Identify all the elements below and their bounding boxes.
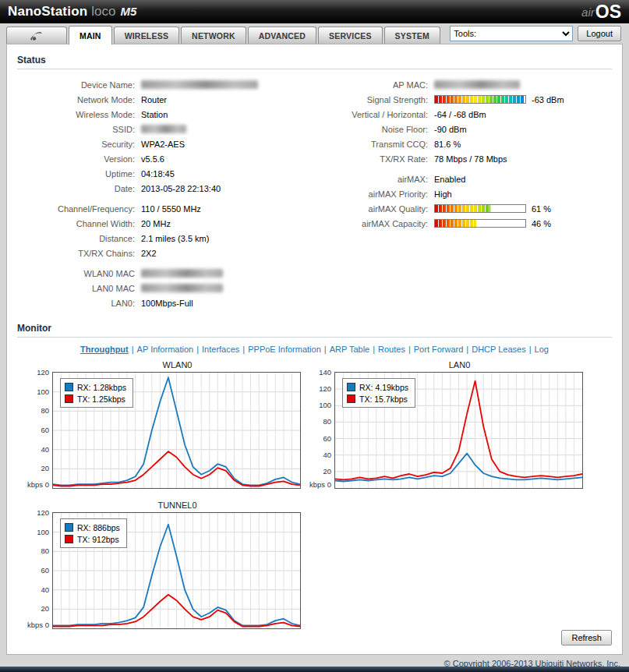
- y-tick-label: 140: [319, 368, 331, 377]
- signal-gauge: [434, 95, 526, 104]
- legend-swatch: [347, 383, 355, 391]
- tab-logo[interactable]: [6, 27, 67, 44]
- status-row: Distance:2.1 miles (3.5 km): [16, 231, 306, 246]
- y-tick-label: 80: [41, 406, 49, 415]
- link-separator: |: [373, 345, 375, 354]
- chart-plot: RX: 886bpsTX: 912bps: [52, 512, 301, 629]
- y-tick-label: 80: [323, 417, 331, 426]
- logout-button[interactable]: Logout: [578, 26, 621, 41]
- link-separator: |: [408, 345, 411, 354]
- ubiquiti-antenna-icon: [30, 30, 43, 41]
- chart-lan0: LAN020406080100120140kbps 0RX: 4.19kbpsT…: [309, 360, 583, 489]
- refresh-button[interactable]: Refresh: [561, 630, 612, 645]
- status-value-text: High: [434, 189, 452, 199]
- status-label: airMAX:: [316, 175, 434, 184]
- chart-y-axis: 20406080100120kbps 0: [27, 512, 52, 629]
- product-name: NanoStation: [8, 4, 87, 19]
- gauge-fill: [435, 96, 524, 103]
- status-row: TX/RX Chains:2X2: [16, 246, 306, 260]
- status-value: [141, 125, 186, 133]
- y-tick-label: 100: [319, 401, 331, 409]
- y-tick-label: 20: [323, 467, 331, 476]
- status-label: airMAX Priority:: [316, 189, 434, 199]
- status-value-text: 20 MHz: [141, 219, 171, 228]
- status-value: v5.5.6: [141, 154, 164, 164]
- redacted-value: [141, 269, 223, 278]
- monitor-link-log[interactable]: Log: [535, 345, 549, 354]
- airos-logo: air OS: [581, 0, 621, 23]
- monitor-link-dhcp-leases[interactable]: DHCP Leases: [472, 345, 526, 354]
- status-value-text: 110 / 5550 MHz: [141, 204, 201, 214]
- status-value: [141, 269, 223, 278]
- tab-advanced[interactable]: ADVANCED: [248, 27, 316, 44]
- status-row: LAN0 MAC: [16, 281, 306, 295]
- legend-swatch: [65, 383, 73, 391]
- monitor-link-ap-information[interactable]: AP Information: [137, 345, 194, 354]
- link-separator: |: [324, 345, 327, 354]
- status-value: 100Mbps-Full: [141, 299, 193, 308]
- status-row: TX/RX Rate:78 Mbps / 78 Mbps: [316, 151, 616, 166]
- y-tick-label: 40: [41, 585, 49, 594]
- y-tick-label: 120: [37, 508, 49, 517]
- status-value: Enabled: [434, 175, 465, 184]
- chart-body: 20406080100120kbps 0RX: 1.28kbpsTX: 1.25…: [27, 372, 301, 489]
- status-row: AP MAC:: [316, 77, 616, 92]
- monitor-link-arp-table[interactable]: ARP Table: [330, 345, 370, 354]
- monitor-link-interfaces[interactable]: Interfaces: [202, 345, 239, 354]
- tab-wireless[interactable]: WIRELESS: [114, 27, 179, 44]
- y-tick-label: 20: [41, 464, 49, 472]
- status-value-text: -90 dBm: [434, 125, 467, 134]
- status-row: airMAX Priority:High: [316, 186, 616, 201]
- monitor-link-routes[interactable]: Routes: [378, 345, 405, 354]
- status-row: Date:2013-05-28 22:13:40: [16, 181, 306, 196]
- status-value: 04:18:45: [141, 169, 175, 179]
- status-value: Router: [141, 95, 167, 104]
- legend-label: RX: 4.19kbps: [359, 383, 408, 392]
- status-row: Uptime:04:18:45: [16, 166, 306, 181]
- status-value-text: 46 %: [532, 219, 551, 228]
- tab-network[interactable]: NETWORK: [181, 27, 246, 44]
- y-tick-label: 120: [319, 384, 331, 393]
- y-tick-label: 120: [37, 368, 49, 377]
- monitor-links: Throughput|AP Information|Interfaces|PPP…: [7, 345, 622, 354]
- status-value-text: 2X2: [141, 249, 157, 258]
- legend-row: TX: 15.7kbps: [347, 393, 408, 405]
- status-label: TX/RX Chains:: [16, 249, 141, 258]
- status-row: Noise Floor:-90 dBm: [316, 122, 616, 136]
- legend-row: TX: 1.25kbps: [65, 393, 126, 405]
- status-value: 110 / 5550 MHz: [141, 204, 201, 214]
- tab-main[interactable]: MAIN: [69, 26, 112, 44]
- y-tick-label: 60: [323, 434, 331, 443]
- gauge-fill: [435, 220, 476, 227]
- status-value: -63 dBm: [434, 95, 564, 104]
- legend-row: RX: 886bps: [65, 522, 120, 533]
- status-row: airMAX Capacity:46 %: [316, 216, 616, 231]
- status-value-text: 78 Mbps / 78 Mbps: [434, 154, 507, 164]
- y-tick-label: 100: [37, 387, 49, 396]
- monitor-link-port-forward[interactable]: Port Forward: [414, 345, 464, 354]
- status-value-text: 2013-05-28 22:13:40: [141, 184, 221, 193]
- status-label: airMAX Quality:: [316, 204, 434, 214]
- y-zero-label: kbps 0: [27, 480, 49, 489]
- status-label: Noise Floor:: [316, 125, 434, 134]
- link-separator: |: [132, 345, 134, 354]
- chart-y-axis: 20406080100120kbps 0: [27, 372, 52, 489]
- tab-strip: MAINWIRELESSNETWORKADVANCEDSERVICESSYSTE…: [69, 26, 442, 44]
- chart-legend: RX: 1.28kbpsTX: 1.25kbps: [60, 378, 133, 408]
- tab-bar-actions: Tools: Logout: [450, 26, 621, 41]
- status-label: Device Name:: [16, 80, 141, 90]
- status-row: Channel/Frequency:110 / 5550 MHz: [16, 201, 306, 216]
- status-row: airMAX Quality:61 %: [316, 201, 616, 216]
- y-tick-label: 40: [323, 451, 331, 459]
- status-value-text: Router: [141, 95, 167, 104]
- monitor-link-throughput[interactable]: Throughput: [80, 345, 129, 354]
- tab-services[interactable]: SERVICES: [318, 27, 383, 44]
- status-value-text: Enabled: [434, 175, 465, 184]
- chart-body: 20406080100120kbps 0RX: 886bpsTX: 912bps: [27, 512, 301, 629]
- chart-legend: RX: 886bpsTX: 912bps: [60, 518, 127, 548]
- status-label: Channel Width:: [16, 219, 141, 228]
- status-row: airMAX:Enabled: [316, 172, 616, 186]
- tools-select[interactable]: Tools:: [450, 26, 573, 41]
- monitor-link-pppoe-information[interactable]: PPPoE Information: [248, 345, 321, 354]
- tab-system[interactable]: SYSTEM: [384, 27, 440, 44]
